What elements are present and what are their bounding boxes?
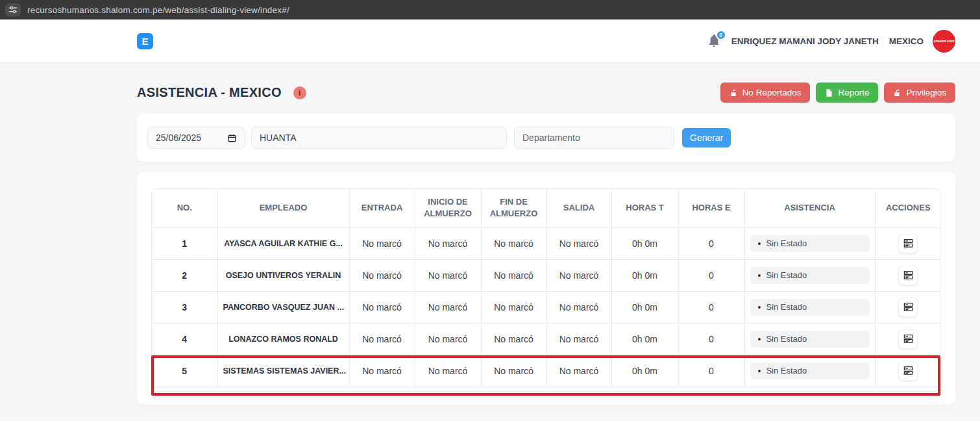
date-value: 25/06/2025: [156, 133, 201, 143]
row-number: 1: [152, 227, 217, 259]
employee-name: AYASCA AGUILAR KATHIE G...: [217, 227, 349, 259]
entrada-cell: No marcó: [349, 355, 415, 387]
filter-bar: 25/06/2025 Generar: [137, 114, 955, 162]
generar-button[interactable]: Generar: [682, 128, 731, 147]
horas-e-cell: 0: [678, 291, 744, 323]
row-number: 3: [152, 291, 217, 323]
column-header-inicio-de-almuerzo: INICIO DE ALMUERZO: [415, 189, 481, 227]
horas-t-cell: 0h 0m: [611, 323, 678, 355]
salida-cell: No marcó: [546, 259, 611, 291]
table-row: 3 PANCORBO VASQUEZ JUAN ... No marcó No …: [152, 291, 941, 323]
app-logo[interactable]: E: [137, 33, 153, 49]
reporte-button[interactable]: Reporte: [816, 83, 878, 103]
fin-almuerzo-cell: No marcó: [481, 355, 546, 387]
horas-e-cell: 0: [678, 227, 744, 259]
bullet-icon: •: [758, 238, 761, 249]
row-number: 4: [152, 323, 217, 355]
attendance-table: NO.EMPLEADOENTRADAINICIO DE ALMUERZOFIN …: [151, 188, 940, 396]
privilegios-button[interactable]: Privilegios: [884, 83, 955, 103]
table-row: 1 AYASCA AGUILAR KATHIE G... No marcó No…: [152, 227, 941, 259]
column-header-entrada: ENTRADA: [349, 189, 415, 227]
app-header: E 0 ENRIQUEZ MAMANI JODY JANETH MEXICO s…: [0, 19, 980, 63]
no-reportados-label: No Reportados: [742, 88, 802, 97]
table-row: 5 SISTEMAS SISTEMAS JAVIER... No marcó N…: [152, 355, 941, 387]
asistencia-cell: • Sin Estado: [744, 355, 875, 387]
salida-cell: No marcó: [546, 291, 611, 323]
column-header-acciones: ACCIONES: [875, 189, 941, 227]
bullet-icon: •: [758, 302, 761, 313]
details-list-icon: [903, 238, 914, 249]
unlock-icon: [893, 88, 901, 97]
table-row: 4 LONAZCO RAMOS RONALD No marcó No marcó…: [152, 323, 941, 355]
column-header-no: NO.: [152, 189, 217, 227]
notifications-button[interactable]: 0: [707, 32, 722, 49]
date-input[interactable]: 25/06/2025: [147, 127, 245, 149]
reporte-label: Reporte: [838, 88, 869, 97]
calendar-icon: [227, 133, 237, 143]
asistencia-select[interactable]: • Sin Estado: [750, 363, 870, 379]
horas-t-cell: 0h 0m: [611, 291, 678, 323]
asistencia-cell: • Sin Estado: [744, 323, 875, 355]
fin-almuerzo-cell: No marcó: [481, 227, 546, 259]
info-icon[interactable]: i: [293, 86, 306, 99]
site-settings-icon[interactable]: [5, 3, 21, 16]
inicio-almuerzo-cell: No marcó: [415, 259, 481, 291]
acciones-cell: [875, 259, 941, 291]
salida-cell: No marcó: [546, 227, 611, 259]
details-list-icon: [903, 333, 914, 344]
row-number: 2: [152, 259, 217, 291]
entrada-cell: No marcó: [349, 323, 415, 355]
details-list-icon: [903, 365, 914, 376]
salida-cell: No marcó: [546, 323, 611, 355]
employee-name: PANCORBO VASQUEZ JUAN ...: [217, 291, 349, 323]
column-header-horas-t: HORAS T: [611, 189, 678, 227]
asistencia-select[interactable]: • Sin Estado: [750, 299, 870, 316]
horas-e-cell: 0: [678, 259, 744, 291]
url-text[interactable]: recursoshumanos.shalom.com.pe/web/assist…: [27, 5, 289, 15]
row-actions-button[interactable]: [898, 329, 918, 349]
table-row: 2 OSEJO UNTIVEROS YERALIN No marcó No ma…: [152, 259, 941, 291]
location-label[interactable]: MEXICO: [889, 36, 924, 46]
row-number: 5: [152, 355, 217, 387]
row-actions-button[interactable]: [898, 266, 918, 285]
row-actions-button[interactable]: [898, 361, 918, 381]
asistencia-cell: • Sin Estado: [744, 227, 875, 259]
acciones-cell: [875, 227, 941, 259]
bullet-icon: •: [758, 334, 761, 344]
fin-almuerzo-cell: No marcó: [481, 323, 546, 355]
inicio-almuerzo-cell: No marcó: [415, 291, 481, 323]
employee-name: LONAZCO RAMOS RONALD: [217, 323, 349, 355]
asistencia-label: Sin Estado: [766, 238, 807, 248]
horas-t-cell: 0h 0m: [611, 355, 678, 387]
inicio-almuerzo-cell: No marcó: [415, 355, 481, 387]
asistencia-cell: • Sin Estado: [744, 291, 875, 323]
entrada-cell: No marcó: [349, 227, 415, 259]
entrada-cell: No marcó: [349, 259, 415, 291]
entrada-cell: No marcó: [349, 291, 415, 323]
row-actions-button[interactable]: [898, 234, 918, 253]
no-reportados-button[interactable]: No Reportados: [720, 83, 811, 103]
pdf-file-icon: [825, 88, 833, 97]
details-list-icon: [903, 301, 914, 313]
departamento-input[interactable]: [514, 127, 674, 149]
asistencia-select[interactable]: • Sin Estado: [750, 331, 870, 348]
employee-name: SISTEMAS SISTEMAS JAVIER...: [217, 355, 349, 387]
row-actions-button[interactable]: [898, 298, 918, 317]
user-menu[interactable]: ENRIQUEZ MAMANI JODY JANETH: [731, 36, 879, 46]
bullet-icon: •: [758, 366, 761, 376]
attendance-card: NO.EMPLEADOENTRADAINICIO DE ALMUERZOFIN …: [137, 172, 955, 405]
horas-t-cell: 0h 0m: [611, 259, 678, 291]
browser-url-bar[interactable]: recursoshumanos.shalom.com.pe/web/assist…: [0, 0, 980, 19]
employee-name: OSEJO UNTIVEROS YERALIN: [217, 259, 349, 291]
acciones-cell: [875, 355, 941, 387]
avatar[interactable]: shalom.com: [933, 30, 955, 53]
asistencia-select[interactable]: • Sin Estado: [750, 235, 870, 252]
asistencia-label: Sin Estado: [766, 366, 807, 376]
asistencia-label: Sin Estado: [766, 270, 807, 280]
details-list-icon: [903, 270, 914, 281]
bullet-icon: •: [758, 270, 761, 281]
asistencia-label: Sin Estado: [766, 334, 807, 344]
column-header-horas-e: HORAS E: [678, 189, 744, 227]
asistencia-select[interactable]: • Sin Estado: [750, 267, 870, 284]
sede-input[interactable]: [251, 127, 507, 149]
